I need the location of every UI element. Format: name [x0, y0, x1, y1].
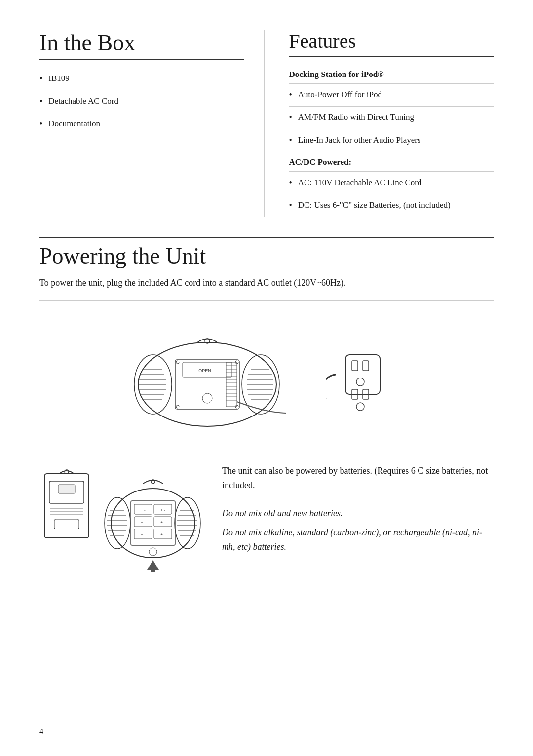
svg-rect-17: [175, 360, 239, 409]
battery-compartment-diagram: + - + - + - + - + - + -: [104, 464, 202, 572]
powering-section: Powering the Unit To power the unit, plu…: [39, 237, 494, 572]
features-column: Features Docking Station for iPod® Auto-…: [284, 30, 494, 217]
battery-note2: Do not mix alkaline, standard (carbon-zi…: [222, 526, 494, 554]
acdc-list: AC: 110V Detachable AC Line Cord DC: Use…: [289, 172, 494, 217]
list-item: AM/FM Radio with Direct Tuning: [289, 107, 494, 129]
svg-rect-52: [54, 519, 79, 529]
page-number: 4: [39, 727, 43, 736]
docking-list: Auto-Power Off for iPod AM/FM Radio with…: [289, 84, 494, 152]
battery-note1: Do not mix old and new batteries.: [222, 506, 494, 521]
svg-point-41: [356, 378, 364, 386]
item-text: IB109: [48, 73, 70, 84]
device-small-front: [39, 464, 94, 553]
battery-description: The unit can also be powered by batterie…: [222, 464, 494, 500]
list-item: Documentation: [39, 113, 244, 136]
powering-title: Powering the Unit: [39, 243, 494, 269]
list-item: Auto-Power Off for iPod: [289, 84, 494, 107]
svg-rect-84: [151, 570, 155, 572]
svg-point-32: [202, 393, 212, 403]
in-the-box-list: IB109 Detachable AC Cord Documentation: [39, 68, 244, 136]
svg-point-33: [176, 361, 179, 364]
svg-point-81: [149, 548, 157, 556]
svg-text:+  -: + -: [141, 520, 146, 525]
item-text: Detachable AC Cord: [48, 95, 118, 107]
in-the-box-column: In the Box IB109 Detachable AC Cord Docu…: [39, 30, 265, 217]
top-section: In the Box IB109 Detachable AC Cord Docu…: [39, 30, 494, 217]
item-text: Auto-Power Off for iPod: [298, 89, 382, 101]
list-item: Line-In Jack for other Audio Players: [289, 129, 494, 152]
svg-marker-83: [147, 560, 159, 570]
svg-rect-45: [44, 474, 89, 538]
svg-point-44: [356, 403, 364, 411]
svg-rect-39: [352, 361, 358, 371]
item-text: AM/FM Radio with Direct Tuning: [298, 112, 414, 123]
svg-text:+  -: + -: [160, 532, 165, 537]
device-back-diagram: OPEN: [128, 325, 296, 434]
in-the-box-title: In the Box: [39, 30, 244, 60]
svg-text:+  -: + -: [160, 520, 165, 525]
svg-text:+  -: + -: [160, 508, 165, 512]
svg-text:+  -: + -: [141, 532, 146, 537]
svg-text:OPEN: OPEN: [198, 368, 211, 373]
item-text: Documentation: [48, 118, 100, 130]
svg-point-35: [176, 405, 179, 408]
svg-point-61: [175, 497, 200, 549]
svg-text:+  -: + -: [141, 508, 146, 512]
docking-subtitle: Docking Station for iPod®: [289, 65, 494, 84]
svg-rect-40: [363, 361, 369, 371]
plug-diagram: [326, 325, 405, 434]
item-text: DC: Uses 6-"C" size Batteries, (not incl…: [298, 199, 451, 211]
svg-rect-48: [58, 485, 75, 493]
list-item: AC: 110V Detachable AC Line Cord: [289, 172, 494, 194]
powering-description: To power the unit, plug the included AC …: [39, 276, 494, 301]
bottom-section: + - + - + - + - + - + -: [39, 449, 494, 572]
svg-point-53: [111, 489, 195, 558]
item-text: Line-In Jack for other Audio Players: [298, 134, 421, 146]
battery-text-section: The unit can also be powered by batterie…: [222, 464, 494, 559]
item-text: AC: 110V Detachable AC Line Cord: [298, 177, 422, 189]
diagrams-row-top: OPEN: [39, 310, 494, 449]
list-item: IB109: [39, 68, 244, 90]
features-title: Features: [289, 30, 494, 57]
list-item: DC: Uses 6-"C" size Batteries, (not incl…: [289, 194, 494, 217]
svg-rect-20: [226, 362, 237, 407]
acdc-subtitle: AC/DC Powered:: [289, 152, 494, 172]
list-item: Detachable AC Cord: [39, 90, 244, 113]
battery-diagrams: + - + - + - + - + - + -: [39, 464, 202, 572]
